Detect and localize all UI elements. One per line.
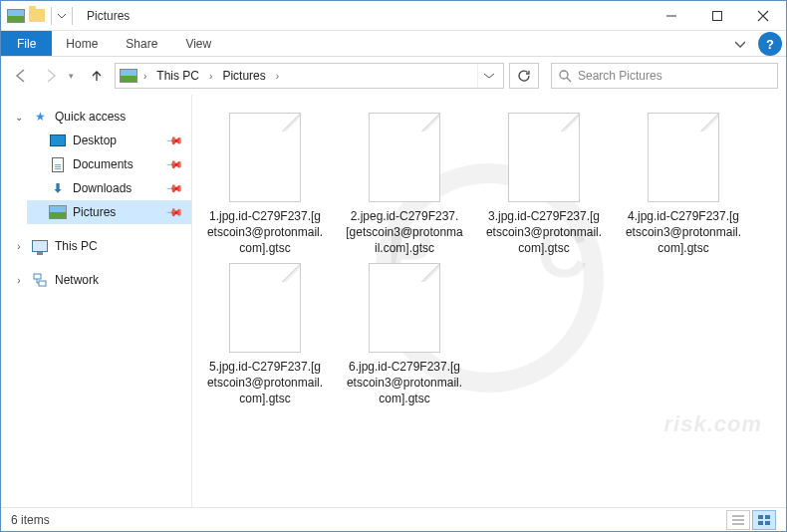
sidebar-item-desktop[interactable]: Desktop 📌 xyxy=(27,129,191,152)
address-bar[interactable]: › This PC › Pictures › xyxy=(115,63,504,89)
chevron-right-icon[interactable]: › xyxy=(141,71,148,82)
sidebar-label: This PC xyxy=(55,239,98,253)
refresh-button[interactable] xyxy=(509,63,539,89)
file-name: 6.jpg.id-C279F237.[getscoin3@protonmail.… xyxy=(344,359,465,407)
view-large-icons-button[interactable] xyxy=(752,510,776,530)
sidebar-item-label: Desktop xyxy=(73,133,117,147)
file-icon xyxy=(229,263,301,353)
svg-rect-1 xyxy=(713,11,722,20)
back-button[interactable] xyxy=(9,64,33,88)
item-count: 6 items xyxy=(11,513,50,527)
file-icon xyxy=(369,113,440,202)
window-controls xyxy=(649,1,786,31)
svg-rect-4 xyxy=(34,274,41,279)
network-icon xyxy=(31,272,49,288)
sidebar-label: Quick access xyxy=(55,110,126,124)
file-name: 4.jpg.id-C279F237.[getscoin3@protonmail.… xyxy=(623,208,744,257)
ribbon: File Home Share View ? xyxy=(1,31,786,57)
minimize-button[interactable] xyxy=(649,1,694,31)
up-button[interactable] xyxy=(85,64,109,88)
breadcrumb-thispc[interactable]: This PC xyxy=(152,69,203,83)
breadcrumb-pictures[interactable]: Pictures xyxy=(218,69,269,83)
help-button[interactable]: ? xyxy=(758,32,782,56)
sidebar-item-downloads[interactable]: ⬇ Downloads 📌 xyxy=(27,176,191,200)
expand-icon[interactable]: › xyxy=(13,275,25,286)
file-name: 1.jpg.id-C279F237.[getscoin3@protonmail.… xyxy=(204,208,326,257)
file-name: 2.jpeg.id-C279F237.[getscoin3@protonmail… xyxy=(344,208,465,257)
svg-point-2 xyxy=(560,71,568,79)
status-bar: 6 items xyxy=(1,507,786,531)
sidebar-network[interactable]: › Network xyxy=(9,268,191,292)
sidebar-item-label: Documents xyxy=(73,157,133,171)
svg-rect-10 xyxy=(765,515,770,519)
separator xyxy=(72,7,73,25)
sidebar-label: Network xyxy=(55,273,99,287)
separator xyxy=(51,7,52,25)
tab-home[interactable]: Home xyxy=(52,31,112,56)
pin-icon: 📌 xyxy=(164,154,183,173)
sidebar-this-pc[interactable]: › This PC xyxy=(9,234,191,258)
file-item[interactable]: 3.jpg.id-C279F237.[getscoin3@protonmail.… xyxy=(483,113,605,257)
document-icon xyxy=(52,157,64,172)
file-item[interactable]: 5.jpg.id-C279F237.[getscoin3@protonmail.… xyxy=(204,263,326,407)
pictures-icon xyxy=(49,205,67,219)
file-tab[interactable]: File xyxy=(1,31,52,56)
expand-icon[interactable]: › xyxy=(13,241,25,252)
star-icon: ★ xyxy=(31,109,49,125)
explorer-app-icon[interactable] xyxy=(7,9,25,23)
pin-icon: 📌 xyxy=(164,131,183,149)
nav-row: ▾ › This PC › Pictures › Search Pictures xyxy=(1,57,786,95)
pin-icon: 📌 xyxy=(164,202,183,221)
address-dropdown-icon[interactable] xyxy=(477,64,499,88)
window-title: Pictures xyxy=(87,9,130,23)
pictures-location-icon xyxy=(120,69,137,83)
file-name: 5.jpg.id-C279F237.[getscoin3@protonmail.… xyxy=(204,359,326,407)
pin-icon: 📌 xyxy=(164,178,183,197)
file-item[interactable]: 1.jpg.id-C279F237.[getscoin3@protonmail.… xyxy=(204,113,326,257)
svg-rect-11 xyxy=(758,521,763,525)
sidebar-item-documents[interactable]: Documents 📌 xyxy=(27,152,191,176)
svg-rect-9 xyxy=(758,515,763,519)
chevron-right-icon[interactable]: › xyxy=(274,71,281,82)
file-icon xyxy=(648,113,719,202)
view-details-button[interactable] xyxy=(726,510,750,530)
tab-share[interactable]: Share xyxy=(112,31,171,56)
downloads-icon: ⬇ xyxy=(49,180,67,196)
svg-line-3 xyxy=(567,78,571,82)
search-icon xyxy=(558,69,572,83)
maximize-button[interactable] xyxy=(694,1,740,31)
tab-view[interactable]: View xyxy=(171,31,225,56)
file-item[interactable]: 4.jpg.id-C279F237.[getscoin3@protonmail.… xyxy=(623,113,744,257)
svg-rect-12 xyxy=(765,521,770,525)
pc-icon xyxy=(32,240,48,252)
desktop-icon xyxy=(50,134,66,146)
sidebar-item-label: Pictures xyxy=(73,205,116,219)
file-icon xyxy=(508,113,580,202)
titlebar: Pictures xyxy=(1,1,786,31)
sidebar-item-label: Downloads xyxy=(73,181,131,195)
search-box[interactable]: Search Pictures xyxy=(551,63,778,89)
history-dropdown-icon[interactable]: ▾ xyxy=(69,71,79,81)
close-button[interactable] xyxy=(740,1,786,31)
file-name: 3.jpg.id-C279F237.[getscoin3@protonmail.… xyxy=(483,208,605,257)
ribbon-expand-icon[interactable] xyxy=(726,31,754,56)
file-item[interactable]: 6.jpg.id-C279F237.[getscoin3@protonmail.… xyxy=(344,263,465,407)
qat-dropdown-icon[interactable] xyxy=(58,12,66,20)
quick-access-toolbar xyxy=(1,7,81,25)
file-icon xyxy=(369,263,440,353)
svg-rect-5 xyxy=(39,281,46,286)
sidebar-item-pictures[interactable]: Pictures 📌 xyxy=(27,200,191,224)
file-list[interactable]: PC risk.com 1.jpg.id-C279F237.[getscoin3… xyxy=(192,95,786,507)
sidebar-quick-access[interactable]: ⌄ ★ Quick access xyxy=(9,105,191,129)
file-item[interactable]: 2.jpeg.id-C279F237.[getscoin3@protonmail… xyxy=(344,113,465,257)
collapse-icon[interactable]: ⌄ xyxy=(13,112,25,123)
forward-button[interactable] xyxy=(39,64,63,88)
folder-icon[interactable] xyxy=(29,9,45,22)
search-placeholder: Search Pictures xyxy=(578,69,662,83)
chevron-right-icon[interactable]: › xyxy=(207,71,214,82)
file-icon xyxy=(229,113,301,202)
navigation-pane: ⌄ ★ Quick access Desktop 📌 Documents 📌 ⬇ xyxy=(1,95,192,507)
watermark-text: risk.com xyxy=(664,411,763,437)
